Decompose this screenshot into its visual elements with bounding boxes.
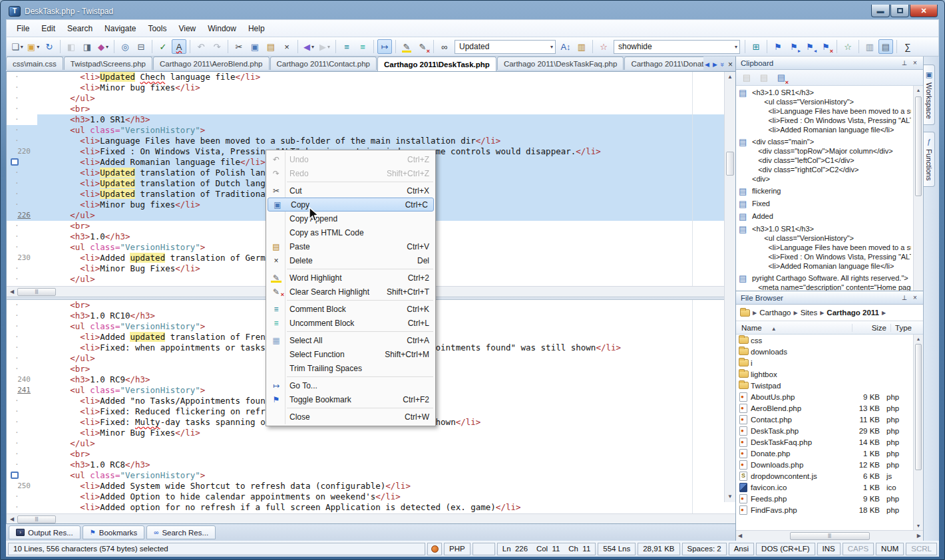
vertical-scrollbar[interactable]: ▲ ▼: [724, 72, 735, 502]
line-gutter[interactable]: 220: [7, 146, 37, 157]
close-button[interactable]: ✕: [910, 5, 938, 17]
scroll-thumb[interactable]: [915, 96, 922, 196]
clipboard-entry[interactable]: ▤<h3>1.0 SR1</h3> <ul class="VersionHist…: [739, 88, 911, 134]
folder-row[interactable]: lightbox: [736, 368, 913, 380]
clipboard-entry[interactable]: ▤pyright Carthago Software. All rights r…: [739, 273, 911, 291]
code-line[interactable]: · <li>Added option for no refresh if a f…: [7, 502, 735, 513]
save-all-button[interactable]: ◨: [80, 39, 94, 54]
code-line[interactable]: · <li>Minor bug fixes</li>: [7, 82, 735, 93]
bookmark-next-button[interactable]: ⚑▸: [787, 39, 801, 54]
line-gutter[interactable]: ·: [7, 321, 37, 332]
clip-clear-button[interactable]: ▤×: [774, 70, 789, 85]
line-gutter[interactable]: 241: [7, 385, 37, 396]
library-button[interactable]: ▥: [574, 39, 589, 54]
view-full-button[interactable]: ▤: [878, 39, 893, 54]
print-preview-button[interactable]: ◎: [118, 39, 132, 54]
context-menu-item[interactable]: Copy as HTML Code: [267, 225, 435, 239]
line-gutter[interactable]: ·: [7, 274, 37, 285]
line-gutter[interactable]: 230: [7, 253, 37, 263]
line-gutter[interactable]: ·: [7, 82, 37, 93]
file-row[interactable]: DeskTask.php29 KBphp: [736, 425, 913, 436]
clipboard-list[interactable]: ▤<h3>1.0 SR1</h3> <ul class="VersionHist…: [736, 86, 923, 291]
auto-spell-button[interactable]: A: [172, 39, 186, 54]
menu-help[interactable]: Help: [242, 21, 271, 36]
line-gutter[interactable]: ·: [7, 231, 37, 242]
sort-ab-button[interactable]: A↕: [558, 39, 573, 54]
insert-template-button[interactable]: ⊞: [749, 39, 763, 54]
run-script-button[interactable]: ☆: [596, 39, 611, 54]
chevron-down-icon[interactable]: ▾: [546, 44, 553, 50]
line-gutter[interactable]: ·: [7, 438, 37, 449]
context-menu-item[interactable]: ⚑Toggle BookmarkCtrl+F2: [267, 392, 435, 406]
context-menu-item[interactable]: ✎×Clear Search HighlightShift+Ctrl+T: [267, 285, 435, 299]
scroll-down-arrow-icon[interactable]: ▼: [725, 491, 735, 502]
spell-check-button[interactable]: ✓: [156, 39, 170, 54]
line-gutter[interactable]: ·: [7, 72, 37, 82]
line-gutter[interactable]: ·: [7, 428, 37, 438]
bottom-tab-bookmarks[interactable]: ⚑Bookmarks: [83, 525, 145, 539]
uncomment-block-button[interactable]: ≡: [355, 39, 370, 54]
folder-row[interactable]: Twistpad: [736, 380, 913, 391]
clipboard-entry[interactable]: ▤<div class="main"> <div class="topRow">…: [739, 137, 911, 184]
folder-row[interactable]: downloads: [736, 346, 913, 357]
clipboard-entry[interactable]: ▤Fixed: [739, 199, 911, 209]
copy-button[interactable]: ▣: [248, 39, 262, 54]
tab-list-icon[interactable]: »: [719, 63, 727, 67]
line-gutter[interactable]: ·: [7, 300, 37, 311]
column-type[interactable]: Type: [891, 324, 923, 332]
breadcrumb-item[interactable]: Carthago: [759, 309, 791, 317]
document-tab[interactable]: Carthago 2011\Contact.php: [270, 57, 377, 70]
context-menu-item[interactable]: ▣CopyCtrl+C: [268, 198, 434, 211]
line-gutter[interactable]: ·: [7, 406, 37, 417]
scroll-up-arrow-icon[interactable]: ▲: [725, 72, 735, 82]
file-row[interactable]: favicon.ico1 KBico: [736, 482, 913, 493]
line-gutter[interactable]: ·: [7, 242, 37, 253]
breadcrumb-item[interactable]: Carthago 2011: [827, 309, 879, 317]
file-row[interactable]: AeroBlend.php13 KBphp: [736, 402, 913, 414]
file-list[interactable]: cssdownloadsilightboxTwistpadAboutUs.php…: [736, 335, 923, 530]
view-layout-button[interactable]: ▥: [862, 39, 877, 54]
syntax-wand-button[interactable]: ☆: [841, 39, 855, 54]
scroll-right-arrow-icon[interactable]: ▶: [917, 533, 921, 539]
refresh-button[interactable]: ↻: [42, 39, 57, 54]
pin-icon[interactable]: ⟂: [899, 294, 910, 302]
document-tab[interactable]: Twistpad\Screens.php: [64, 57, 152, 70]
bottom-horizontal-scrollbar[interactable]: ◀ Ⅲ: [7, 513, 735, 523]
scroll-up-arrow-icon[interactable]: ▲: [914, 335, 923, 343]
code-line[interactable]: · <h3>1.0 RC8</h3>: [7, 460, 735, 470]
line-gutter[interactable]: ·: [7, 460, 37, 470]
menu-file[interactable]: File: [11, 21, 35, 36]
file-row[interactable]: Downloads.php12 KBphp: [736, 459, 913, 470]
line-gutter[interactable]: ·: [7, 104, 37, 114]
scroll-thumb[interactable]: Ⅲ: [790, 532, 870, 540]
scroll-left-arrow-icon[interactable]: ◀: [7, 289, 17, 295]
file-row[interactable]: Feeds.php9 KBphp: [736, 493, 913, 504]
context-menu-item[interactable]: ≡Comment BlockCtrl+K: [267, 302, 435, 316]
context-menu-item[interactable]: ✎Word HighlightCtrl+2: [267, 271, 435, 285]
menu-view[interactable]: View: [172, 21, 202, 36]
document-tab[interactable]: css\main.css: [6, 57, 63, 70]
bottom-tab-output-res-[interactable]: ›Output Res...: [9, 525, 81, 539]
code-line[interactable]: <ul class="VersionHistory">: [7, 470, 735, 481]
scroll-thumb[interactable]: Ⅲ: [17, 515, 56, 523]
column-name[interactable]: Name▲: [736, 324, 852, 332]
line-gutter[interactable]: ·: [7, 263, 37, 274]
file-row[interactable]: Donate.php1 KBphp: [736, 448, 913, 459]
line-gutter[interactable]: ·: [7, 136, 37, 146]
menu-search[interactable]: Search: [61, 21, 98, 36]
line-gutter[interactable]: ·: [7, 417, 37, 428]
context-menu-item[interactable]: Copy Append: [267, 211, 435, 225]
tab-close-icon[interactable]: ×: [728, 60, 733, 69]
breadcrumb-item[interactable]: Sites: [801, 309, 818, 317]
line-gutter[interactable]: ·: [7, 396, 37, 406]
side-tab-functions[interactable]: ƒFunctions: [924, 132, 935, 187]
code-line[interactable]: · </ul>: [7, 93, 735, 104]
context-menu-item[interactable]: ×DeleteDel: [267, 253, 435, 267]
scroll-left-arrow-icon[interactable]: ◀: [7, 516, 17, 522]
scroll-left-arrow-icon[interactable]: ◀: [738, 533, 742, 539]
scroll-thumb[interactable]: [915, 344, 922, 470]
line-gutter[interactable]: ·: [7, 364, 37, 374]
find-combo[interactable]: Updated▾: [455, 40, 556, 54]
open-file-button[interactable]: ▣: [26, 39, 41, 54]
side-tab-workspace[interactable]: ▣Workspace: [924, 65, 935, 125]
